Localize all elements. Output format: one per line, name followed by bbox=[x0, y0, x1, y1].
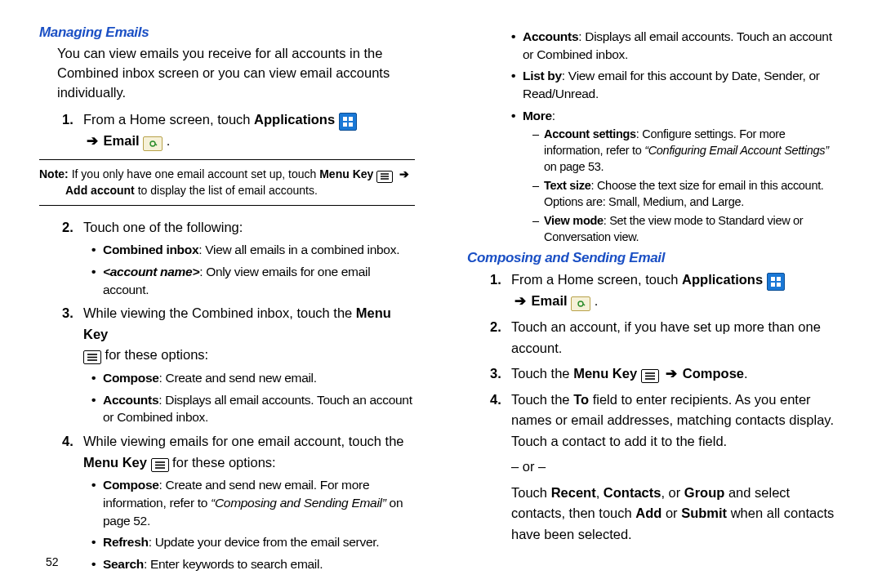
compose-label: Compose bbox=[683, 366, 744, 381]
cb3-label: More bbox=[523, 109, 552, 122]
applications-label: Applications bbox=[254, 112, 335, 127]
page-content: Managing Emails You can view emails you … bbox=[0, 0, 882, 588]
email-icon bbox=[571, 296, 590, 311]
note-label: Note: bbox=[39, 167, 69, 180]
note-box: Note: If you only have one email account… bbox=[39, 159, 415, 205]
step4-text-a: While viewing emails for one email accou… bbox=[83, 434, 404, 448]
arrow-icon: ➔ bbox=[83, 133, 100, 148]
page-number: 52 bbox=[46, 555, 59, 568]
svg-rect-3 bbox=[349, 122, 353, 127]
heading-composing: Composing and Sending Email bbox=[467, 250, 843, 266]
cs4-add: Add bbox=[635, 506, 662, 520]
step4-text-b: for these options: bbox=[169, 455, 276, 470]
step1-text-a: From a Home screen, touch bbox=[83, 112, 254, 127]
right-column: Accounts: Displays all email accounts. T… bbox=[467, 24, 843, 578]
s4b2-text: : Update your device from the email serv… bbox=[149, 535, 380, 549]
cs4-a: Touch the bbox=[511, 392, 573, 407]
svg-rect-0 bbox=[343, 117, 347, 121]
s4b3-text: : Enter keywords to search email. bbox=[144, 557, 323, 571]
cstep1-text-a: From a Home screen, touch bbox=[511, 272, 682, 287]
step-1: 1. From a Home screen, touch Application… bbox=[62, 109, 415, 152]
note-text-a: If you only have one email account set u… bbox=[69, 167, 319, 180]
step3-text-a: While viewing the Combined inbox, touch … bbox=[83, 305, 356, 320]
d1-textb: on page 53. bbox=[544, 160, 604, 173]
step3-bullets: Compose: Create and send new email. Acco… bbox=[91, 369, 415, 426]
s4-bullet-3: Search: Enter keywords to search email. bbox=[91, 555, 415, 573]
d1-ref: “Configuring Email Account Settings” bbox=[644, 144, 829, 157]
cb1-label: Accounts bbox=[523, 29, 578, 43]
dash-2: Text size: Choose the text size for emai… bbox=[532, 178, 843, 210]
step4-menukey: Menu Key bbox=[83, 455, 147, 470]
email-label: Email bbox=[104, 133, 140, 148]
applications-icon bbox=[339, 113, 357, 131]
cs4-group: Group bbox=[684, 485, 725, 500]
or-separator: – or – bbox=[511, 457, 843, 478]
applications-icon bbox=[767, 273, 785, 291]
cont-bullet-3: More: Account settings: Configure settin… bbox=[511, 107, 843, 246]
cstep-2: 2. Touch an account, if you have set up … bbox=[490, 317, 843, 359]
dash-3: View mode: Set the view mode to Standard… bbox=[532, 213, 843, 245]
applications-label: Applications bbox=[682, 272, 763, 287]
step4-bullets: Compose: Create and send new email. For … bbox=[91, 476, 415, 572]
s4b2-label: Refresh bbox=[103, 535, 149, 549]
s2b1-label: Combined inbox bbox=[103, 243, 198, 256]
menu-key-icon bbox=[83, 350, 101, 364]
cs4-ce: or bbox=[662, 506, 681, 520]
cs4-submit: Submit bbox=[681, 506, 727, 520]
svg-rect-1 bbox=[349, 117, 353, 121]
email-label: Email bbox=[532, 293, 568, 308]
arrow-icon: ➔ bbox=[511, 293, 528, 308]
menu-key-icon bbox=[641, 369, 659, 383]
step-2: 2. Touch one of the following: Combined … bbox=[62, 217, 415, 299]
step-4: 4. While viewing emails for one email ac… bbox=[62, 431, 415, 573]
cs4-to: To bbox=[573, 392, 589, 407]
s2-bullet-1: Combined inbox: View all emails in a com… bbox=[91, 241, 415, 259]
dot: . bbox=[744, 366, 748, 381]
step2-text: Touch one of the following: bbox=[83, 220, 243, 234]
s2b2-label: <account name> bbox=[103, 265, 199, 278]
menu-key-icon bbox=[376, 171, 393, 183]
cs4-cb: , bbox=[596, 485, 604, 500]
arrow-icon: ➔ bbox=[662, 366, 679, 381]
s2-bullet-2: <account name>: Only view emails for one… bbox=[91, 263, 415, 298]
left-column: Managing Emails You can view emails you … bbox=[39, 24, 415, 578]
cont-bullet-1: Accounts: Displays all email accounts. T… bbox=[511, 28, 843, 63]
svg-rect-16 bbox=[777, 283, 781, 287]
cb2-label: List by bbox=[523, 69, 562, 82]
svg-rect-15 bbox=[771, 283, 775, 287]
cstep-4: 4. Touch the To field to enter recipient… bbox=[490, 390, 843, 546]
s4b3-label: Search bbox=[103, 557, 144, 571]
cstep2-text: Touch an account, if you have set up mor… bbox=[511, 319, 821, 355]
cstep3-a: Touch the bbox=[511, 366, 573, 381]
note-text-c: to display the list of email accounts. bbox=[135, 184, 318, 197]
step3-text-b: for these options: bbox=[101, 347, 208, 362]
step-3: 3. While viewing the Combined inbox, tou… bbox=[62, 303, 415, 426]
svg-rect-2 bbox=[343, 122, 347, 127]
cs4-ca: Touch bbox=[511, 485, 551, 500]
note-menukey-label: Menu Key bbox=[319, 167, 373, 180]
s3b1-text: : Create and send new email. bbox=[159, 371, 317, 385]
note-addaccount: Add account bbox=[65, 184, 135, 197]
s4-bullet-1: Compose: Create and send new email. For … bbox=[91, 476, 415, 529]
s4-bullet-2: Refresh: Update your device from the ema… bbox=[91, 533, 415, 551]
menu-key-icon bbox=[151, 458, 169, 472]
d2-label: Text size bbox=[544, 179, 590, 192]
cs4-cc: , or bbox=[661, 485, 684, 500]
cont-bullet-2: List by: View email for this account by … bbox=[511, 67, 843, 102]
cstep-1: 1. From a Home screen, touch Application… bbox=[490, 270, 843, 312]
s4b1-label: Compose bbox=[103, 478, 159, 492]
s3-bullet-1: Compose: Create and send new email. bbox=[91, 369, 415, 387]
svg-rect-14 bbox=[777, 277, 781, 281]
s3b1-label: Compose bbox=[103, 371, 159, 385]
managing-steps-list: 1. From a Home screen, touch Application… bbox=[62, 109, 415, 152]
cs4-recent: Recent bbox=[551, 485, 596, 500]
cstep3-menu: Menu Key bbox=[573, 366, 637, 381]
svg-rect-13 bbox=[771, 277, 775, 281]
heading-managing-emails: Managing Emails bbox=[39, 24, 415, 41]
intro-paragraph: You can view emails you receive for all … bbox=[57, 44, 415, 103]
s3b2-label: Accounts bbox=[103, 393, 158, 407]
cb2-text: : View email for this account by Date, S… bbox=[523, 69, 820, 100]
composing-steps-list: 1. From a Home screen, touch Application… bbox=[490, 270, 843, 545]
step2-bullets: Combined inbox: View all emails in a com… bbox=[91, 241, 415, 298]
cb3-colon: : bbox=[552, 109, 555, 122]
